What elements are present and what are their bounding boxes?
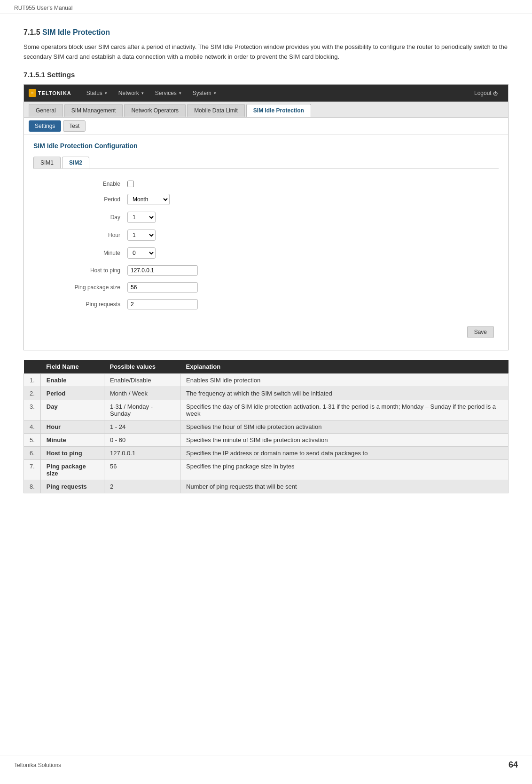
label-ping-package-size: Ping package size <box>33 284 127 291</box>
day-select-wrapper: 1 <box>127 212 156 223</box>
table-row: 8. Ping requests 2 Number of ping reques… <box>24 480 509 493</box>
ping-requests-input[interactable] <box>127 299 198 309</box>
hour-select[interactable]: 1 <box>127 230 156 241</box>
row-explanation: Number of ping requests that will be sen… <box>180 480 509 493</box>
row-field: Period <box>40 387 104 400</box>
form-row-host-to-ping: Host to ping <box>33 263 499 278</box>
label-hour: Hour <box>33 232 127 238</box>
doc-header: RUT955 User's Manual <box>0 0 532 14</box>
ping-package-size-input[interactable] <box>127 282 198 293</box>
nav-item-system[interactable]: System ▾ <box>187 86 222 100</box>
period-select[interactable]: Month Week <box>127 194 170 205</box>
tab-mobile-data-limit[interactable]: Mobile Data Limit <box>187 104 245 117</box>
save-button[interactable]: Save <box>467 326 494 338</box>
label-period: Period <box>33 196 127 203</box>
page-number: 64 <box>509 760 518 770</box>
row-num: 6. <box>24 446 41 459</box>
doc-footer: Teltonika Solutions 64 <box>0 755 532 775</box>
footer-company: Teltonika Solutions <box>14 762 61 768</box>
logo-text: TELTONIKA <box>38 90 71 96</box>
table-row: 7. Ping package size 56 Specifies the pi… <box>24 459 509 480</box>
subsection-name: Settings <box>47 71 75 79</box>
section-title: 7.1.5 SIM Idle Protection <box>23 28 110 36</box>
chevron-down-icon: ▾ <box>141 91 144 95</box>
table-header-row: Field Name Possible values Explanation <box>24 360 509 374</box>
form-row-enable: Enable <box>33 178 499 190</box>
subsection-title: 7.1.5.1 Settings <box>23 71 75 79</box>
nav-item-network[interactable]: Network ▾ <box>113 86 149 100</box>
minute-select-wrapper: 0 <box>127 247 156 259</box>
row-explanation: The frequency at which the SIM switch wi… <box>180 387 509 400</box>
tab-sim-management[interactable]: SIM Management <box>64 104 123 117</box>
tab-general[interactable]: General <box>29 104 63 117</box>
form-fields: Enable Period Month Week Day <box>33 176 499 316</box>
form-section-title: SIM Idle Protection Configuration <box>33 142 499 150</box>
row-values: 0 - 60 <box>104 433 180 446</box>
period-select-wrapper: Month Week <box>127 194 170 205</box>
hour-select-wrapper: 1 <box>127 230 156 241</box>
row-values: Month / Week <box>104 387 180 400</box>
save-btn-row: Save <box>33 321 499 343</box>
row-field: Enable <box>40 373 104 387</box>
nav-item-status[interactable]: Status ▾ <box>81 86 113 100</box>
host-to-ping-input[interactable] <box>127 265 198 276</box>
doc-title: RUT955 User's Manual <box>14 5 72 11</box>
chevron-down-icon: ▾ <box>179 91 181 95</box>
row-values: 127.0.0.1 <box>104 446 180 459</box>
minute-select[interactable]: 0 <box>127 247 156 259</box>
logo-icon: ≡ <box>29 89 36 97</box>
label-enable: Enable <box>33 181 127 187</box>
sub-tab-test[interactable]: Test <box>63 120 86 132</box>
table-row: 6. Host to ping 127.0.0.1 Specifies the … <box>24 446 509 459</box>
row-field: Ping requests <box>40 480 104 493</box>
table-row: 2. Period Month / Week The frequency at … <box>24 387 509 400</box>
row-field: Hour <box>40 420 104 433</box>
form-row-hour: Hour 1 <box>33 227 499 243</box>
table-row: 4. Hour 1 - 24 Specifies the hour of SIM… <box>24 420 509 433</box>
row-num: 2. <box>24 387 41 400</box>
row-explanation: Enables SIM idle protection <box>180 373 509 387</box>
section-number: 7.1.5 <box>23 28 42 36</box>
section-paragraph: Some operators block user SIM cards afte… <box>23 42 509 62</box>
col-possible-values: Possible values <box>104 360 180 374</box>
col-num <box>24 360 41 374</box>
form-row-minute: Minute 0 <box>33 245 499 261</box>
row-field: Minute <box>40 433 104 446</box>
router-navbar: ≡ TELTONIKA Status ▾ Network ▾ Services … <box>24 85 508 102</box>
row-num: 3. <box>24 400 41 420</box>
subsection-number: 7.1.5.1 <box>23 71 47 79</box>
sim-tab-2[interactable]: SIM2 <box>62 157 89 168</box>
enable-checkbox[interactable] <box>127 181 134 187</box>
label-ping-requests: Ping requests <box>33 301 127 308</box>
sub-tab-settings[interactable]: Settings <box>29 120 61 132</box>
router-ui-screenshot: ≡ TELTONIKA Status ▾ Network ▾ Services … <box>23 84 509 350</box>
row-field: Ping package size <box>40 459 104 480</box>
form-row-ping-requests: Ping requests <box>33 297 499 312</box>
row-explanation: Specifies the minute of SIM idle protect… <box>180 433 509 446</box>
row-values: 56 <box>104 459 180 480</box>
table-row: 1. Enable Enable/Disable Enables SIM idl… <box>24 373 509 387</box>
sim-tab-1[interactable]: SIM1 <box>33 157 61 168</box>
table-row: 5. Minute 0 - 60 Specifies the minute of… <box>24 433 509 446</box>
nav-item-services[interactable]: Services ▾ <box>149 86 187 100</box>
form-row-period: Period Month Week <box>33 191 499 207</box>
label-minute: Minute <box>33 250 127 256</box>
row-values: 1 - 24 <box>104 420 180 433</box>
day-select[interactable]: 1 <box>127 212 156 223</box>
nav-logout[interactable]: Logout ⏻ <box>469 86 503 100</box>
tab-bar: General SIM Management Network Operators… <box>24 102 508 118</box>
main-content: 7.1.5 SIM Idle Protection Some operators… <box>0 14 532 507</box>
form-area: SIM Idle Protection Configuration SIM1 S… <box>24 135 508 350</box>
label-host-to-ping: Host to ping <box>33 267 127 274</box>
row-field: Host to ping <box>40 446 104 459</box>
tab-network-operators[interactable]: Network Operators <box>124 104 186 117</box>
table-row: 3. Day 1-31 / Monday - Sunday Specifies … <box>24 400 509 420</box>
row-explanation: Specifies the hour of SIM idle protectio… <box>180 420 509 433</box>
col-explanation: Explanation <box>180 360 509 374</box>
table-body: 1. Enable Enable/Disable Enables SIM idl… <box>24 373 509 493</box>
sub-tab-bar: Settings Test <box>24 118 508 135</box>
row-num: 4. <box>24 420 41 433</box>
row-num: 8. <box>24 480 41 493</box>
row-num: 7. <box>24 459 41 480</box>
tab-sim-idle-protection[interactable]: SIM Idle Protection <box>246 104 311 117</box>
